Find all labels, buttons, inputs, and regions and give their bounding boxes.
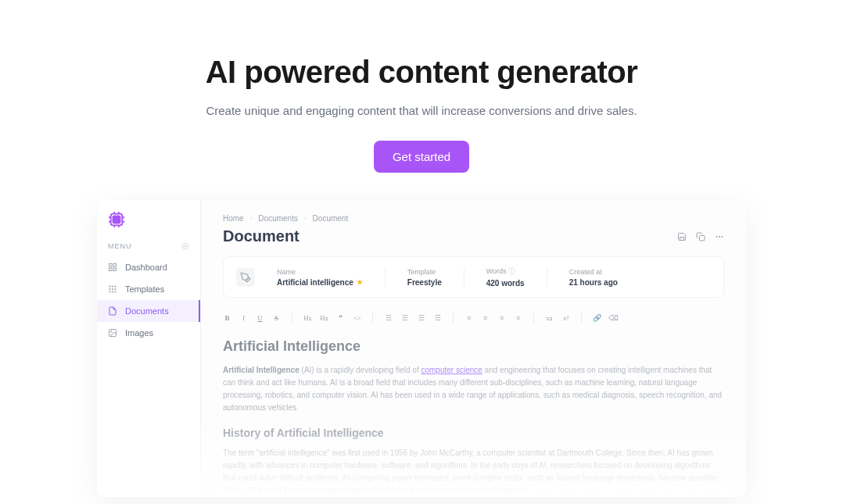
document-meta: Name Artificial intelligence★ Template F…	[223, 256, 724, 298]
get-started-button[interactable]: Get started	[374, 141, 469, 173]
svg-rect-14	[109, 268, 113, 271]
svg-point-28	[716, 236, 718, 238]
star-icon[interactable]: ★	[357, 278, 363, 286]
info-icon: ⓘ	[508, 267, 515, 275]
sidebar-item-templates[interactable]: Templates	[97, 278, 200, 300]
meta-label: Words ⓘ	[486, 266, 525, 277]
meta-template: Template Freestyle	[407, 268, 442, 287]
svg-point-16	[109, 286, 111, 288]
sidebar: MENU Dashboard Templates Documents Image…	[97, 200, 201, 497]
hero-title: AI powered content generator	[0, 55, 843, 90]
svg-point-18	[115, 286, 117, 288]
editor-toolbar: B I U S H₁ H₂ ❝ <> ☰ ☰ ☰ ☰ ≡ ≡ ≡ ≡ x₂ x²…	[223, 309, 724, 327]
list-ol-button[interactable]: ☰	[384, 314, 393, 323]
sidebar-item-label: Templates	[125, 284, 164, 294]
separator	[385, 268, 386, 287]
document-body[interactable]: Artificial Intelligence Artificial Intel…	[223, 338, 724, 497]
meta-words: Words ⓘ 420 words	[486, 266, 525, 288]
underline-button[interactable]: U	[256, 314, 264, 323]
italic-button[interactable]: I	[239, 314, 248, 323]
more-icon[interactable]	[715, 232, 724, 241]
images-icon	[108, 328, 117, 338]
align-right-button[interactable]: ≡	[497, 314, 506, 323]
h1-button[interactable]: H₁	[303, 314, 312, 323]
meta-label: Name	[277, 268, 363, 276]
align-center-button[interactable]: ≡	[481, 314, 490, 323]
copy-icon[interactable]	[696, 232, 705, 241]
separator	[547, 268, 547, 287]
separator	[372, 313, 373, 323]
h2-button[interactable]: H₂	[320, 314, 328, 323]
svg-point-21	[115, 288, 117, 290]
hero-subtitle: Create unique and engaging content that …	[0, 104, 843, 117]
svg-point-23	[112, 291, 113, 293]
title-row: Document	[223, 227, 724, 245]
doc-heading: Artificial Intelligence	[223, 338, 724, 355]
sidebar-item-dashboard[interactable]: Dashboard	[97, 256, 200, 278]
svg-point-17	[112, 286, 113, 288]
breadcrumb-home[interactable]: Home	[223, 214, 244, 223]
strike-button[interactable]: S	[272, 314, 281, 323]
doc-type-icon	[236, 268, 255, 287]
quote-button[interactable]: ❝	[336, 314, 345, 323]
meta-value: Artificial intelligence★	[277, 278, 363, 287]
chevron-right-icon: ›	[304, 215, 307, 222]
meta-label: Created at	[569, 268, 618, 276]
separator	[464, 268, 465, 287]
svg-point-29	[719, 236, 720, 238]
superscript-button[interactable]: x²	[561, 314, 570, 323]
link-button[interactable]: 🔗	[593, 314, 601, 323]
meta-value: Freestyle	[407, 278, 442, 287]
subscript-button[interactable]: x₂	[545, 314, 554, 323]
svg-point-10	[185, 245, 187, 248]
save-icon[interactable]	[677, 232, 687, 241]
svg-rect-12	[109, 264, 113, 267]
sidebar-item-label: Images	[125, 328, 153, 338]
align-justify-button[interactable]: ≡	[514, 314, 522, 323]
svg-rect-0	[113, 216, 120, 223]
meta-value: 21 hours ago	[569, 278, 618, 287]
svg-rect-27	[700, 235, 705, 241]
sidebar-item-documents[interactable]: Documents	[97, 300, 200, 322]
app-preview: MENU Dashboard Templates Documents Image…	[97, 200, 746, 497]
align-left-button[interactable]: ≡	[465, 314, 473, 323]
svg-point-24	[115, 291, 117, 293]
outdent-button[interactable]: ☰	[433, 314, 442, 323]
breadcrumb: Home › Documents › Document	[223, 214, 724, 223]
page-title: Document	[223, 227, 300, 245]
clear-button[interactable]: ⌫	[609, 314, 618, 323]
svg-rect-13	[113, 264, 117, 267]
menu-label: MENU	[108, 242, 132, 250]
breadcrumb-documents[interactable]: Documents	[258, 214, 298, 223]
doc-paragraph: Artificial Intelligence (AI) is a rapidl…	[223, 364, 724, 414]
templates-icon	[108, 284, 117, 294]
menu-heading: MENU	[97, 242, 200, 256]
meta-label: Template	[407, 268, 442, 276]
bold-button[interactable]: B	[223, 314, 231, 323]
sidebar-item-images[interactable]: Images	[97, 322, 200, 344]
doc-link[interactable]: computer science	[421, 366, 482, 374]
svg-point-11	[182, 243, 188, 249]
main-content: Home › Documents › Document Document Nam…	[201, 200, 746, 497]
doc-paragraph: The term "artificial intelligence" was f…	[223, 447, 724, 497]
settings-icon[interactable]	[181, 242, 189, 250]
svg-point-20	[112, 288, 113, 290]
hero-section: AI powered content generator Create uniq…	[0, 0, 843, 173]
list-ul-button[interactable]: ☰	[400, 314, 409, 323]
separator	[292, 313, 292, 323]
meta-created: Created at 21 hours ago	[569, 268, 618, 287]
svg-point-19	[109, 288, 111, 290]
breadcrumb-current: Document	[313, 214, 349, 223]
dashboard-icon	[108, 263, 117, 272]
doc-subheading: History of Artificial Intelligence	[223, 427, 724, 439]
separator	[533, 313, 534, 323]
svg-point-26	[111, 331, 113, 333]
svg-point-30	[722, 236, 723, 238]
separator	[581, 313, 582, 323]
title-actions	[677, 232, 724, 241]
indent-button[interactable]: ☰	[417, 314, 425, 323]
code-button[interactable]: <>	[353, 314, 361, 323]
meta-value: 420 words	[486, 279, 525, 288]
logo-icon	[108, 211, 125, 228]
meta-name: Name Artificial intelligence★	[277, 268, 363, 287]
